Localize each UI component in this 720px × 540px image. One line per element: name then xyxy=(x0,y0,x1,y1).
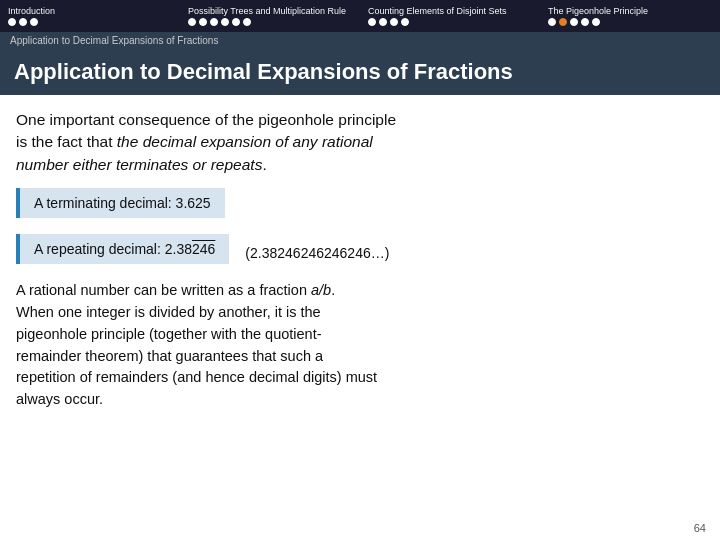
nav-title-possibility: Possibility Trees and Multiplication Rul… xyxy=(188,6,352,16)
dot xyxy=(581,18,589,26)
body-line1: A rational number can be written as a fr… xyxy=(16,282,335,298)
dot xyxy=(592,18,600,26)
dot xyxy=(401,18,409,26)
dot xyxy=(199,18,207,26)
intro-period: . xyxy=(262,156,266,173)
nav-dots-possibility xyxy=(188,18,352,26)
main-content: One important consequence of the pigeonh… xyxy=(0,95,720,421)
dot xyxy=(210,18,218,26)
body-line4: remainder theorem) that guarantees that … xyxy=(16,348,323,364)
dot xyxy=(221,18,229,26)
dot xyxy=(548,18,556,26)
nav-dots-pigeonhole xyxy=(548,18,712,26)
nav-title-introduction: Introduction xyxy=(8,6,172,16)
nav-item-possibility[interactable]: Possibility Trees and Multiplication Rul… xyxy=(180,4,360,28)
example2-row: A repeating decimal: 2.38246 (2.38246246… xyxy=(16,234,704,272)
example2-overline: 246 xyxy=(192,241,215,257)
dot xyxy=(19,18,27,26)
nav-item-introduction[interactable]: Introduction xyxy=(0,4,180,28)
intro-line3: number either terminates or repeats xyxy=(16,156,262,173)
page-number: 64 xyxy=(694,522,706,534)
nav-item-counting[interactable]: Counting Elements of Disjoint Sets xyxy=(360,4,540,28)
nav-dots-counting xyxy=(368,18,532,26)
breadcrumb: Application to Decimal Expansions of Fra… xyxy=(0,32,720,49)
body-line6: always occur. xyxy=(16,391,103,407)
intro-italic: the decimal expansion of any rational xyxy=(117,133,373,150)
dot xyxy=(30,18,38,26)
dot xyxy=(368,18,376,26)
dot xyxy=(570,18,578,26)
intro-line2: is the fact that xyxy=(16,133,117,150)
nav-title-pigeonhole: The Pigeonhole Principle xyxy=(548,6,712,16)
body-text: A rational number can be written as a fr… xyxy=(16,280,704,411)
dot xyxy=(390,18,398,26)
intro-line1: One important consequence of the pigeonh… xyxy=(16,111,396,128)
dot xyxy=(243,18,251,26)
dot-active xyxy=(559,18,567,26)
dot xyxy=(8,18,16,26)
page-title: Application to Decimal Expansions of Fra… xyxy=(0,49,720,95)
example1-box: A terminating decimal: 3.625 xyxy=(16,188,225,218)
body-line2: When one integer is divided by another, … xyxy=(16,304,321,320)
dot xyxy=(232,18,240,26)
example2-box: A repeating decimal: 2.38246 xyxy=(16,234,229,264)
body-line3: pigeonhole principle (together with the … xyxy=(16,326,322,342)
example2-label: A repeating decimal: 2.38 xyxy=(34,241,192,257)
example1-row: A terminating decimal: 3.625 xyxy=(16,188,704,226)
dot xyxy=(188,18,196,26)
intro-paragraph: One important consequence of the pigeonh… xyxy=(16,109,704,176)
example2-extra: (2.38246246246246…) xyxy=(245,245,389,261)
nav-title-counting: Counting Elements of Disjoint Sets xyxy=(368,6,532,16)
nav-dots-introduction xyxy=(8,18,172,26)
body-line5: repetition of remainders (and hence deci… xyxy=(16,369,377,385)
nav-bar: Introduction Possibility Trees and Multi… xyxy=(0,0,720,32)
dot xyxy=(379,18,387,26)
nav-item-pigeonhole[interactable]: The Pigeonhole Principle xyxy=(540,4,720,28)
